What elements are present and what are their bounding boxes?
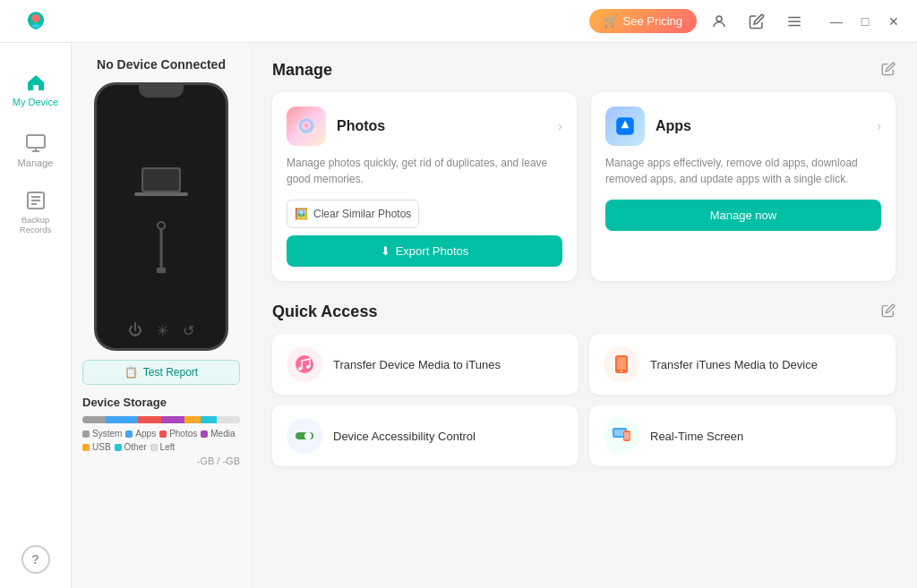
content-area: No Device Connected (72, 43, 917, 588)
phone-icon (611, 354, 632, 375)
svg-point-1 (32, 14, 40, 22)
power-icon: ⏻ (128, 322, 142, 339)
apps-card-arrow: › (877, 118, 881, 134)
device-notch (139, 85, 184, 98)
legend-left-dot (150, 444, 158, 451)
see-pricing-button[interactable]: 🛒 See Pricing (589, 9, 697, 33)
apps-card-title: Apps (656, 118, 866, 134)
legend-system-dot (82, 430, 90, 438)
transfer-from-itunes-icon (604, 346, 639, 382)
storage-size-label: -GB / -GB (82, 456, 240, 466)
legend-media-dot (201, 430, 208, 438)
export-photos-button[interactable]: ⬇ Export Photos (287, 235, 562, 267)
realtime-screen-label: Real-Time Screen (650, 430, 743, 443)
photos-card: Photos › Manage photos quickly, get rid … (272, 92, 577, 281)
photos-card-description: Manage photos quickly, get rid of duplic… (287, 155, 562, 187)
apps-card-icon (605, 107, 645, 146)
main-layout: My Device Manage Backup Records ? (0, 43, 917, 588)
minimize-button[interactable]: — (824, 9, 849, 34)
quick-access-accessibility[interactable]: Device Accessibility Control (272, 405, 578, 466)
manage-edit-icon[interactable] (881, 62, 896, 80)
toggle-icon (294, 425, 315, 447)
quick-access-section-title: Quick Access (272, 303, 377, 321)
main-content: Manage (251, 43, 917, 588)
user-icon-button[interactable] (704, 10, 734, 33)
help-button[interactable]: ? (21, 545, 50, 574)
apps-card-description: Manage apps effectively, remove old apps… (605, 155, 881, 187)
svg-point-17 (296, 355, 313, 373)
apps-card-header: Apps › (605, 107, 881, 146)
manage-now-label: Manage now (710, 209, 776, 222)
svg-point-24 (304, 432, 312, 439)
laptop-icon (134, 158, 188, 203)
quick-access-realtime-screen[interactable]: Real-Time Screen (589, 405, 896, 466)
svg-rect-12 (143, 169, 179, 191)
sidebar-item-backup-records[interactable]: Backup Records (4, 183, 67, 242)
window-controls: — □ ✕ (824, 9, 906, 34)
realtime-screen-icon (604, 418, 639, 454)
app-logo-area (0, 0, 72, 43)
transfer-from-itunes-label: Transfer iTunes Media to Device (650, 358, 818, 371)
legend-photos-label: Photos (169, 429, 197, 439)
sidebar-item-manage[interactable]: Manage (4, 122, 67, 179)
clipboard-icon: 📋 (124, 366, 138, 379)
sidebar-item-manage-label: Manage (18, 158, 54, 168)
photos-icon (295, 115, 318, 138)
storage-media-bar (161, 416, 184, 423)
titlebar-actions: 🛒 See Pricing — □ ✕ (589, 9, 906, 34)
clear-similar-photos-button[interactable]: 🖼️ Clear Similar Photos (287, 200, 419, 228)
sidebar-item-backup-label: Backup Records (8, 215, 64, 234)
quick-access-grid: Transfer Device Media to iTunes Transfer… (272, 334, 896, 466)
music-icon (294, 354, 315, 375)
maximize-button[interactable]: □ (853, 9, 878, 34)
manage-icon (25, 132, 47, 154)
quick-access-edit-icon[interactable] (881, 303, 896, 321)
device-panel: No Device Connected (72, 43, 251, 588)
legend-media-label: Media (210, 429, 235, 439)
quick-access-transfer-to-itunes[interactable]: Transfer Device Media to iTunes (272, 334, 578, 395)
manage-now-button[interactable]: Manage now (605, 200, 881, 231)
storage-photos-bar (138, 416, 161, 423)
legend-system-label: System (92, 429, 122, 439)
legend-other: Other (115, 442, 147, 452)
accessibility-label: Device Accessibility Control (333, 430, 476, 443)
legend-other-dot (115, 444, 122, 451)
transfer-to-itunes-label: Transfer Device Media to iTunes (333, 358, 501, 371)
test-report-button[interactable]: 📋 Test Report (82, 360, 240, 385)
export-icon: ⬇ (381, 244, 390, 258)
photos-card-icon (287, 107, 326, 146)
refresh-icon: ↺ (183, 322, 194, 339)
legend-left-label: Left (160, 442, 176, 452)
legend-usb: USB (82, 442, 111, 452)
accessibility-icon (287, 418, 322, 454)
usb-cable-icon (148, 221, 175, 275)
device-bottom-bar: ⏻ ✳ ↺ (128, 322, 194, 339)
manage-section-title: Manage (272, 61, 332, 80)
test-report-label: Test Report (143, 366, 198, 379)
titlebar: 🛒 See Pricing — □ ✕ (0, 0, 917, 43)
storage-apps-bar (106, 416, 137, 423)
clear-icon: 🖼️ (295, 208, 308, 220)
device-screen-content (134, 158, 188, 275)
edit-icon-button[interactable] (741, 10, 772, 33)
svg-point-2 (716, 16, 722, 21)
apps-card: Apps › Manage apps effectively, remove o… (591, 92, 896, 281)
legend-other-label: Other (124, 442, 147, 452)
quick-access-transfer-from-itunes[interactable]: Transfer iTunes Media to Device (589, 334, 896, 395)
sidebar: My Device Manage Backup Records ? (0, 43, 72, 588)
close-button[interactable]: ✕ (881, 9, 906, 34)
svg-point-19 (306, 365, 310, 369)
asterisk-icon: ✳ (157, 322, 168, 339)
menu-icon-button[interactable] (779, 10, 810, 33)
sidebar-item-my-device[interactable]: My Device (4, 61, 67, 118)
svg-rect-21 (617, 357, 626, 370)
photos-card-title: Photos (337, 118, 547, 134)
help-label: ? (31, 552, 39, 567)
legend-apps: Apps (125, 429, 156, 439)
storage-bar (82, 416, 240, 423)
manage-cards-row: Photos › Manage photos quickly, get rid … (272, 92, 896, 281)
legend-photos: Photos (159, 429, 197, 439)
legend-usb-label: USB (92, 442, 111, 452)
device-storage-section: Device Storage System (82, 396, 240, 466)
svg-rect-28 (624, 432, 630, 439)
